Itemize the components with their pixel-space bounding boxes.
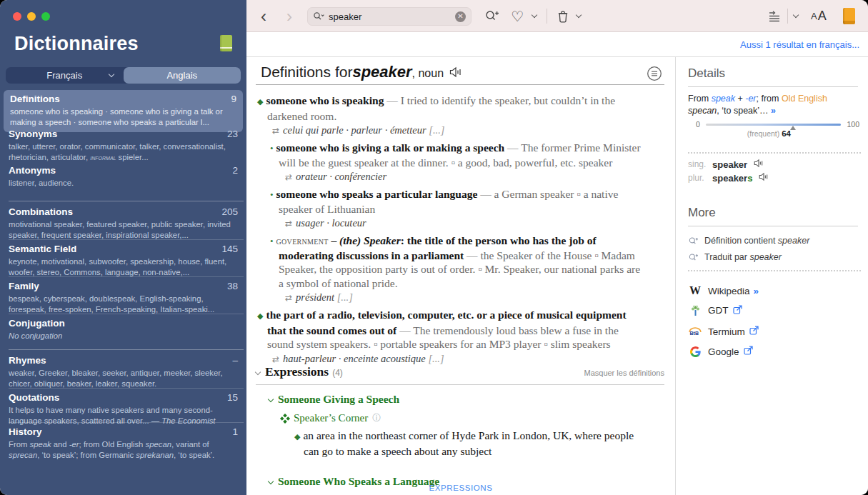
results-strip: Aussi 1 résultat en français... — [246, 32, 868, 57]
sidebar-divider — [9, 201, 244, 201]
hide-definitions-link[interactable]: Masquer les définitions — [584, 369, 664, 377]
translation-row[interactable]: ⇄président [...] — [285, 291, 647, 304]
also-french-results-link[interactable]: Aussi 1 résultat en français... — [740, 39, 859, 50]
list-menu-button[interactable] — [794, 0, 798, 32]
expressions-count: (4) — [332, 368, 343, 378]
dictionary-book-icon[interactable] — [220, 35, 232, 51]
search-translated-by[interactable]: Traduit par speaker — [688, 252, 861, 262]
item-title: Family — [9, 281, 39, 292]
delete-menu-button[interactable] — [577, 0, 581, 32]
expressions-section: Expressions (4) Masquer les définitions … — [256, 364, 664, 488]
definition-item: ◆the part of a radio, television, comput… — [257, 308, 647, 351]
translation-row[interactable]: ⇄usager · locuteur — [285, 217, 647, 230]
hamburger-circle-icon — [647, 66, 662, 81]
frequency-label: (frequent) 64 — [747, 129, 791, 138]
text-size-button[interactable]: AA — [811, 0, 827, 32]
form-suffix: s — [747, 173, 752, 184]
search-link-text: Traduit par speaker — [704, 252, 782, 262]
quad-diamond-icon — [280, 413, 290, 423]
plural-form-row: plur. speakers — [688, 172, 769, 184]
item-count: 15 — [227, 392, 238, 404]
sidebar-divider — [9, 388, 244, 389]
favorite-button[interactable]: ♡ — [511, 0, 524, 32]
google-link[interactable]: Google — [688, 346, 861, 357]
back-button[interactable]: ‹ — [261, 0, 266, 32]
sidebar-item-quotations[interactable]: Quotations15 It helps to have many nativ… — [9, 392, 238, 426]
swap-arrow-icon: ⇄ — [285, 219, 292, 229]
translation-row[interactable]: ⇄celui qui parle · parleur · émetteur [.… — [272, 124, 647, 137]
chevron-down-icon — [532, 11, 537, 17]
clear-search-icon[interactable]: ✕ — [455, 11, 466, 22]
translation-row[interactable]: ⇄haut-parleur · enceinte acoustique [...… — [272, 353, 647, 366]
title-pos: , noun — [412, 67, 444, 80]
sidebar-item-conjugation[interactable]: Conjugation No conjugation — [9, 318, 238, 341]
frequency-qualifier: (frequent) — [747, 129, 782, 138]
pronounce-plural-button[interactable] — [759, 172, 769, 184]
item-count: 205 — [221, 206, 238, 218]
expression-definition-text: an area in the northeast corner of Hyde … — [303, 429, 634, 457]
frequency-max: 100 — [847, 120, 859, 129]
pronounce-button[interactable] — [449, 66, 462, 81]
list-arrow-icon — [768, 10, 782, 22]
search-plus-icon — [484, 9, 499, 23]
text-size-big-label: A — [818, 9, 827, 24]
details-header: Details — [688, 66, 858, 87]
minimize-window-button[interactable] — [27, 12, 36, 21]
expressions-header[interactable]: Expressions (4) Masquer les définitions — [256, 364, 664, 385]
toolbar-divider — [547, 9, 547, 24]
gdt-link[interactable]: GDT — [688, 304, 861, 316]
language-toggle-english[interactable]: Anglais — [124, 67, 241, 84]
info-icon[interactable]: ⓘ — [372, 412, 381, 424]
delete-button[interactable] — [557, 0, 569, 32]
sidebar-item-combinations[interactable]: Combinations205 motivational speaker, fe… — [9, 206, 238, 240]
etymology-summary[interactable]: From speak + -er; from Old English speca… — [688, 93, 859, 117]
sidebar-item-semantic-field[interactable]: Semantic Field145 keynote, motivational,… — [9, 244, 238, 277]
sidebar-item-history[interactable]: History1 From speak and -er; from Old En… — [9, 426, 238, 460]
definition-item: •government – (the) Speaker: the title o… — [270, 234, 647, 290]
display-options-button[interactable] — [647, 66, 662, 84]
definition-text: the part of a radio, television, compute… — [266, 309, 626, 350]
expressions-footer-link[interactable]: EXPRESSIONS — [246, 484, 675, 492]
app-window: Dictionnaires Français Anglais Definitio… — [0, 0, 868, 495]
language-toggle-french[interactable]: Français — [6, 67, 124, 84]
singular-form-row: sing. speaker — [688, 159, 764, 170]
search-field[interactable]: ✕ — [307, 7, 472, 26]
item-title: Semantic Field — [9, 244, 76, 255]
close-window-button[interactable] — [13, 12, 21, 21]
sidebar-item-rhymes[interactable]: Rhymes– weaker, Greeker, bleaker, seeker… — [9, 355, 238, 389]
zoom-window-button[interactable] — [41, 12, 50, 21]
search-definition-contains[interactable]: Définition contient speaker — [688, 236, 861, 246]
language-toggle: Français Anglais — [6, 67, 241, 84]
add-search-button[interactable] — [484, 0, 499, 32]
google-icon — [690, 346, 701, 357]
frequency-scale: 0 100 — [696, 120, 859, 129]
item-preview: bespeak, cyberspeak, doublespeak, Englis… — [9, 294, 238, 314]
favorites-menu-button[interactable] — [532, 0, 537, 32]
sidebar-item-synonyms[interactable]: Synonyms23 talker, utterer, orator, comm… — [9, 129, 238, 163]
item-title: Definitions — [10, 94, 60, 105]
expression-group[interactable]: Someone Giving a Speech — [269, 393, 664, 406]
pronounce-singular-button[interactable] — [754, 159, 764, 170]
translation-text: haut-parleur · enceinte acoustique [...] — [283, 353, 444, 364]
sidebar-item-definitions[interactable]: Definitions9 someone who is speaking · s… — [4, 90, 243, 132]
reference-book-button[interactable] — [843, 0, 855, 32]
sidebar-item-family[interactable]: Family38 bespeak, cyberspeak, doublespea… — [9, 281, 238, 314]
language-toggle-english-label: Anglais — [166, 70, 197, 81]
wikipedia-link[interactable]: W Wikipedia » — [688, 284, 861, 297]
search-input[interactable] — [329, 11, 455, 22]
forward-button[interactable]: › — [286, 0, 292, 32]
swap-arrow-icon: ⇄ — [285, 293, 292, 303]
translation-row[interactable]: ⇄orateur · conférencier — [285, 171, 647, 184]
termium-link[interactable]: BtB Termium — [688, 326, 861, 337]
definition-item: •someone who is giving a talk or making … — [270, 141, 647, 169]
main-content: Definitions for speaker , noun — [246, 57, 675, 495]
item-preview: keynote, motivational, subwoofer, speake… — [9, 256, 238, 277]
expression-entry[interactable]: Speaker’s Corner ⓘ — [281, 412, 664, 424]
add-to-list-button[interactable] — [768, 0, 782, 32]
frequency-min: 0 — [696, 120, 700, 129]
item-count: 23 — [227, 129, 238, 140]
panel-divider — [688, 270, 861, 271]
book-icon — [843, 8, 855, 24]
sidebar-item-antonyms[interactable]: Antonyms2 listener, audience. — [9, 165, 238, 189]
item-title: Antonyms — [9, 165, 56, 176]
